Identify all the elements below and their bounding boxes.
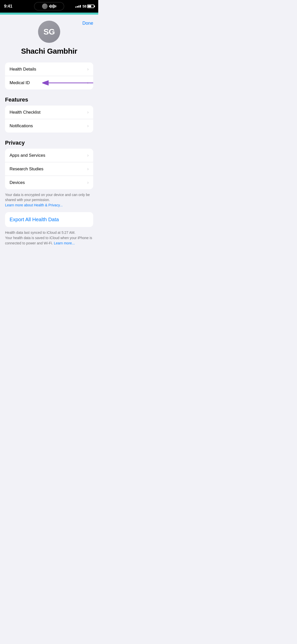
arrow-annotation: [42, 77, 93, 88]
chevron-icon: ›: [87, 67, 89, 72]
island-waveform: [49, 4, 56, 8]
apps-services-row[interactable]: Apps and Services ›: [5, 149, 93, 162]
chevron-icon: ›: [87, 153, 89, 158]
medical-id-label: Medical ID: [10, 80, 30, 85]
battery: 58: [82, 4, 94, 8]
export-card: Export All Health Data: [5, 212, 93, 227]
chevron-icon: ›: [87, 110, 89, 115]
notifications-label: Notifications: [10, 123, 33, 128]
health-details-label: Health Details: [10, 67, 36, 72]
island-avatar: [42, 4, 48, 9]
apps-services-label: Apps and Services: [10, 153, 45, 158]
done-button[interactable]: Done: [82, 21, 93, 26]
teal-accent-bar: [0, 13, 98, 15]
features-card-group: Health Checklist › Notifications ›: [5, 106, 93, 133]
user-name: Shachi Gambhir: [21, 47, 77, 55]
main-content: Done SG Shachi Gambhir Health Details › …: [0, 15, 98, 256]
avatar: SG: [38, 21, 60, 43]
notifications-row[interactable]: Notifications ›: [5, 119, 93, 133]
battery-level: 58: [82, 4, 86, 8]
medical-id-row[interactable]: Medical ID ›: [5, 76, 93, 89]
chevron-icon: ›: [87, 123, 89, 128]
devices-row[interactable]: Devices ›: [5, 176, 93, 189]
health-checklist-row[interactable]: Health Checklist ›: [5, 106, 93, 119]
personal-card-group: Health Details › Medical ID ›: [5, 62, 93, 89]
privacy-learn-more-link[interactable]: Learn more about Health & Privacy...: [5, 203, 63, 207]
avatar-initials: SG: [43, 27, 55, 37]
privacy-card-group: Apps and Services › Research Studies › D…: [5, 149, 93, 189]
battery-icon: [87, 5, 94, 8]
health-checklist-label: Health Checklist: [10, 110, 41, 115]
status-bar: 9:41: [0, 0, 98, 13]
dynamic-island: [34, 2, 64, 11]
profile-header: Done SG Shachi Gambhir: [0, 15, 98, 62]
research-studies-row[interactable]: Research Studies ›: [5, 162, 93, 176]
chevron-icon: ›: [87, 80, 89, 85]
chevron-icon: ›: [87, 166, 89, 172]
sync-note: Health data last synced to iCloud at 5:2…: [5, 230, 93, 246]
privacy-note: Your data is encrypted on your device an…: [5, 192, 93, 208]
sync-learn-more-link[interactable]: Learn more...: [54, 241, 75, 245]
status-right: 58: [75, 4, 94, 8]
features-section-title: Features: [5, 96, 93, 103]
devices-label: Devices: [10, 180, 25, 185]
status-time: 9:41: [4, 4, 12, 9]
signal-icon: [75, 5, 81, 8]
chevron-icon: ›: [87, 180, 89, 185]
research-studies-label: Research Studies: [10, 167, 43, 172]
export-button[interactable]: Export All Health Data: [10, 217, 59, 222]
privacy-section-title: Privacy: [5, 140, 93, 146]
health-details-row[interactable]: Health Details ›: [5, 62, 93, 76]
